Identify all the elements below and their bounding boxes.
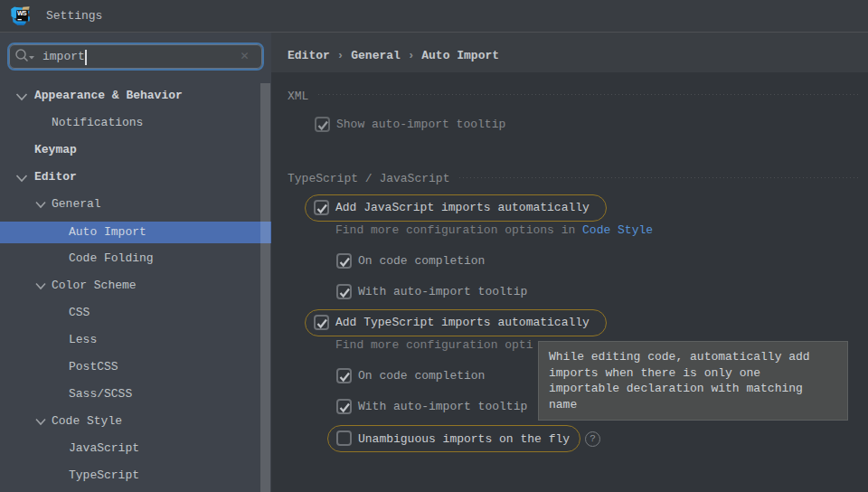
svg-text:WS: WS xyxy=(17,10,27,16)
